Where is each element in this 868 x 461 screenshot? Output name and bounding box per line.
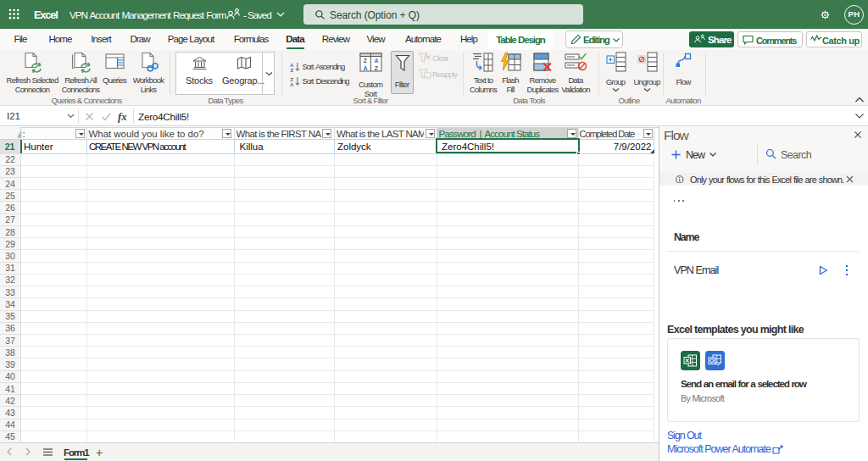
svg-text:A: A [290,81,294,86]
svg-text:Z: Z [290,67,293,72]
svg-text:A: A [374,58,378,64]
svg-text:A: A [363,65,367,71]
svg-text:Z: Z [364,58,368,64]
svg-text:Z: Z [375,65,379,71]
